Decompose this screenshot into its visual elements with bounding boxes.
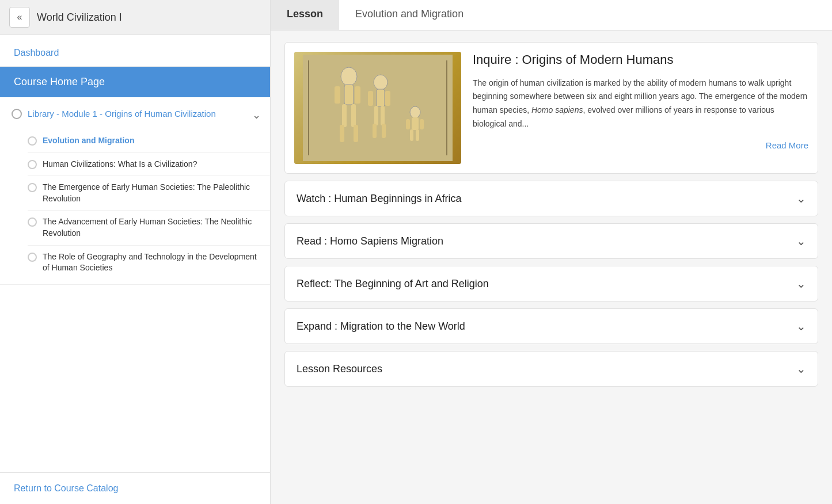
lesson-radio [28, 253, 37, 262]
expand-collapse-label: Expand : Migration to the New World [297, 320, 465, 333]
svg-rect-15 [373, 124, 377, 138]
sidebar-footer[interactable]: Return to Course Catalog [0, 472, 270, 504]
reflect-chevron-icon: ⌄ [796, 277, 806, 291]
content-area: Inquire : Origins of Modern Humans The o… [271, 30, 832, 398]
back-button[interactable]: « [9, 7, 30, 28]
svg-point-17 [410, 106, 420, 118]
lesson-radio [28, 160, 37, 169]
read-chevron-icon: ⌄ [796, 234, 806, 248]
tab-evolution-migration[interactable]: Evolution and Migration [339, 0, 480, 30]
svg-rect-14 [381, 106, 385, 125]
reflect-collapse[interactable]: Reflect: The Beginning of Art and Religi… [284, 266, 818, 301]
resources-collapse[interactable]: Lesson Resources ⌄ [284, 351, 818, 387]
expand-chevron-icon: ⌄ [796, 319, 806, 333]
lesson-label: The Role of Geography and Technology in … [43, 251, 261, 274]
list-item[interactable]: The Advancement of Early Human Societies… [28, 211, 270, 245]
module-header[interactable]: Library - Module 1 - Origins of Human Ci… [0, 100, 270, 129]
lesson-list: Evolution and Migration Human Civilizati… [0, 129, 270, 284]
module-section: Library - Module 1 - Origins of Human Ci… [0, 100, 270, 285]
svg-rect-8 [354, 125, 358, 142]
svg-rect-7 [340, 125, 344, 142]
skeleton-svg [303, 55, 453, 161]
svg-rect-11 [368, 91, 373, 106]
expand-collapse[interactable]: Expand : Migration to the New World ⌄ [284, 308, 818, 344]
dashboard-nav-item[interactable]: Dashboard [0, 40, 270, 67]
tabs-bar: Lesson Evolution and Migration [271, 0, 832, 30]
svg-rect-19 [406, 119, 410, 129]
inquire-title: Inquire : Origins of Modern Humans [473, 52, 808, 68]
watch-collapse[interactable]: Watch : Human Beginnings in Africa ⌄ [284, 181, 818, 216]
watch-chevron-icon: ⌄ [796, 192, 806, 205]
read-more-link[interactable]: Read More [473, 140, 808, 150]
module-label: Library - Module 1 - Origins of Human Ci… [28, 108, 246, 120]
svg-rect-3 [335, 86, 340, 104]
svg-rect-16 [382, 124, 386, 138]
course-home-nav-item[interactable]: Course Home Page [0, 67, 270, 97]
svg-rect-20 [420, 119, 424, 129]
svg-rect-21 [410, 129, 413, 141]
skeleton-display [294, 52, 461, 164]
lesson-label: The Advancement of Early Human Societies… [43, 216, 261, 239]
svg-rect-6 [351, 104, 356, 127]
module-chevron-icon: ⌄ [252, 109, 261, 121]
list-item[interactable]: The Role of Geography and Technology in … [28, 246, 270, 280]
sidebar-nav: Dashboard Course Home Page Library - Mod… [0, 35, 270, 472]
sidebar-header: « World Civilization I [0, 0, 270, 35]
inquire-text: Inquire : Origins of Modern Humans The o… [473, 52, 808, 150]
svg-rect-4 [355, 86, 360, 104]
lesson-label: Evolution and Migration [43, 135, 134, 147]
svg-point-9 [374, 75, 387, 90]
svg-rect-12 [385, 91, 390, 106]
resources-chevron-icon: ⌄ [796, 362, 806, 376]
module-radio [12, 109, 22, 119]
reflect-collapse-label: Reflect: The Beginning of Art and Religi… [297, 278, 489, 290]
tab-lesson[interactable]: Lesson [271, 0, 339, 30]
svg-point-1 [341, 67, 357, 86]
resources-collapse-label: Lesson Resources [297, 363, 382, 375]
list-item[interactable]: Human Civilizations: What Is a Civilizat… [28, 153, 270, 177]
back-icon: « [17, 12, 22, 22]
lesson-radio [28, 136, 37, 146]
svg-rect-5 [342, 104, 347, 127]
svg-rect-22 [416, 129, 419, 141]
read-collapse-label: Read : Homo Sapiens Migration [297, 235, 443, 247]
lesson-label: Human Civilizations: What Is a Civilizat… [43, 159, 197, 170]
main-content: Lesson Evolution and Migration [271, 0, 832, 504]
sidebar-title: World Civilization I [37, 12, 122, 24]
list-item[interactable]: Evolution and Migration [28, 129, 270, 153]
svg-rect-13 [374, 106, 378, 125]
lesson-radio [28, 217, 37, 227]
inquire-body: The origin of human civilization is mark… [473, 77, 808, 131]
inquire-card: Inquire : Origins of Modern Humans The o… [284, 42, 818, 174]
lesson-radio [28, 183, 37, 192]
sidebar: « World Civilization I Dashboard Course … [0, 0, 271, 504]
watch-collapse-label: Watch : Human Beginnings in Africa [297, 193, 461, 205]
lesson-label: The Emergence of Early Human Societies: … [43, 182, 261, 204]
svg-rect-2 [344, 85, 354, 105]
read-collapse[interactable]: Read : Homo Sapiens Migration ⌄ [284, 223, 818, 259]
inquire-image [294, 52, 461, 164]
list-item[interactable]: The Emergence of Early Human Societies: … [28, 176, 270, 211]
svg-rect-10 [377, 89, 385, 106]
return-to-catalog-link[interactable]: Return to Course Catalog [14, 483, 118, 493]
svg-rect-18 [412, 117, 419, 130]
